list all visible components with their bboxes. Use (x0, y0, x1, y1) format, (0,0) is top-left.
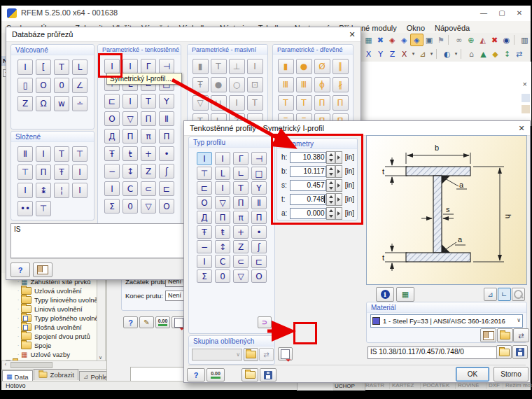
profile-shape-button[interactable]: Ω (36, 96, 51, 111)
profile-shape-button[interactable]: ⊥ (229, 59, 245, 74)
material-dropdown[interactable]: 1 - Steel Fy=33 | ANSI/AISC 360-16:2016 … (370, 314, 523, 328)
profile-shape-button[interactable]: ⊤ (197, 167, 212, 180)
profile-shape-button[interactable]: Ⅲ (278, 77, 294, 92)
profile-shape-button[interactable]: Ø (314, 59, 330, 74)
toolbar-icon[interactable]: ◆ (489, 48, 501, 59)
profile-shape-button[interactable]: •• (18, 201, 33, 216)
profile-shape-button[interactable]: ↕ (215, 240, 230, 253)
spinner-control[interactable] (326, 179, 335, 192)
save-button[interactable] (260, 368, 276, 382)
profile-shape-button[interactable]: I (247, 59, 263, 74)
tree-item[interactable]: ·Spojení dvou prutů (4, 332, 105, 341)
tree-item[interactable]: ·Typy liniového uvolnění (4, 295, 105, 304)
profile-shape-button[interactable]: П (215, 211, 230, 224)
import-section-button[interactable] (278, 347, 293, 360)
profile-shape-button[interactable]: I (36, 146, 51, 162)
profile-shape-button[interactable]: I (215, 152, 230, 165)
profile-shape-button[interactable]: ŧ (122, 146, 138, 161)
material-library-button[interactable] (480, 328, 496, 342)
profile-shape-button[interactable]: ▽ (192, 95, 209, 111)
axes-toggle-button[interactable]: ∟ (498, 288, 511, 301)
profile-shape-button[interactable]: I (215, 181, 230, 195)
open-section-button[interactable] (496, 345, 512, 359)
parameter-detail-button[interactable] (335, 151, 342, 164)
profile-shape-button[interactable]: • (251, 225, 267, 239)
profile-shape-button[interactable]: ▽ (141, 199, 156, 214)
profile-shape-button[interactable]: ‖ (332, 59, 349, 74)
profile-shape-button[interactable]: Γ (233, 152, 248, 165)
profile-shape-button[interactable]: ⊏ (159, 181, 174, 196)
profile-shape-button[interactable]: I (122, 59, 138, 74)
spinner-control[interactable] (326, 165, 335, 178)
profile-shape-button[interactable]: □ (251, 167, 267, 180)
toolbar-icon[interactable]: ⚑ (435, 34, 447, 46)
profile-shape-button[interactable]: I (229, 95, 245, 111)
toolbar-icon[interactable]: Z (386, 48, 398, 59)
profile-shape-button[interactable]: O (251, 270, 267, 283)
toolbar-icon[interactable]: X (363, 48, 374, 59)
profile-shape-button[interactable]: Ⅲ (296, 77, 312, 92)
navigator-tab-zobrazit[interactable]: Zobrazit (34, 369, 78, 380)
profile-shape-button[interactable]: Ŧ (104, 146, 120, 161)
maximize-button[interactable]: ▢ (494, 7, 510, 19)
toolbar-icon[interactable]: ▾ (428, 48, 435, 59)
profile-shape-button[interactable]: Z (233, 240, 248, 253)
profile-shape-button[interactable]: Π (314, 95, 330, 111)
tree-item[interactable]: ·Typy plošného uvolnění (4, 314, 105, 323)
parameter-detail-button[interactable] (335, 193, 342, 206)
profile-shape-button[interactable]: 0 (54, 78, 69, 93)
toolbar-icon[interactable]: ◈ (386, 34, 398, 46)
profile-shape-button[interactable]: ▽ (233, 270, 248, 283)
navigator-vscrollbar[interactable]: ∨ (97, 273, 106, 361)
toolbar-icon[interactable]: ⌂ (465, 48, 477, 59)
profile-shape-button[interactable]: ʃ (251, 240, 267, 253)
profile-shape-button[interactable]: I (122, 94, 138, 108)
toolbar-icon[interactable]: ⇄ (513, 48, 525, 59)
panel-close-icon[interactable]: × (523, 80, 527, 88)
profile-shape-button[interactable]: Д (197, 211, 212, 224)
profile-shape-button[interactable]: I (18, 183, 33, 198)
new-favorites-button[interactable] (244, 348, 258, 361)
minimize-button[interactable]: — (476, 7, 491, 19)
profile-shape-button[interactable]: O (36, 78, 51, 93)
profile-shape-button[interactable]: Ŧ (197, 225, 212, 239)
menu-item[interactable]: Okno (402, 22, 430, 32)
profile-shape-button[interactable]: ∠ (72, 78, 88, 93)
profile-shape-button[interactable]: ○ (229, 77, 245, 92)
profile-shape-button[interactable]: Y (159, 94, 174, 108)
dimension-lines-button[interactable]: ⊿ (484, 288, 497, 301)
profile-shape-button[interactable]: I (72, 164, 88, 180)
profile-shape-button[interactable]: ∟ (233, 167, 248, 180)
profile-shape-button[interactable]: ▽ (215, 196, 230, 209)
profile-shape-button[interactable]: Z (141, 164, 156, 178)
profile-shape-button[interactable]: T (247, 95, 263, 111)
units-button[interactable]: 0.00 (206, 368, 225, 382)
toolbar-icon[interactable]: ⊕ (465, 34, 477, 46)
profile-shape-button[interactable]: ⊏ (197, 181, 212, 195)
profile-shape-button[interactable]: O (197, 196, 212, 209)
parameter-input[interactable]: 10.380 (290, 152, 326, 163)
parameter-input[interactable]: 0.748 (290, 194, 326, 205)
toolbar-icon[interactable]: ◉ (500, 34, 512, 46)
profile-shape-button[interactable]: ⊔ (211, 95, 227, 111)
zoom-button[interactable] (512, 288, 525, 301)
toolbar-icon[interactable]: ▲ (477, 48, 489, 59)
profile-shape-button[interactable]: Ŧ (54, 164, 69, 180)
profile-shape-button[interactable]: C (122, 181, 138, 196)
profile-shape-button[interactable]: ↨ (36, 183, 51, 198)
profile-shape-button[interactable]: π (141, 129, 156, 144)
toolbar-icon[interactable]: ∞ (453, 34, 465, 46)
profile-shape-button[interactable]: I (197, 152, 212, 165)
manage-favorites-button[interactable]: ⇄ (259, 348, 274, 361)
close-button[interactable]: ✕ (512, 7, 527, 19)
spinner-control[interactable] (326, 193, 335, 206)
profile-shape-button[interactable]: ● (296, 59, 312, 74)
tree-item[interactable]: ·Plošná uvolnění (4, 323, 105, 332)
profile-shape-button[interactable]: I (104, 181, 120, 196)
profile-shape-button[interactable]: ⊤ (18, 164, 33, 180)
parameter-detail-button[interactable] (335, 207, 342, 220)
profile-shape-button[interactable]: T (296, 95, 312, 111)
open-button[interactable] (241, 368, 258, 382)
profile-shape-button[interactable]: + (233, 225, 248, 239)
profile-shape-button[interactable]: Ⅱ (18, 146, 33, 162)
